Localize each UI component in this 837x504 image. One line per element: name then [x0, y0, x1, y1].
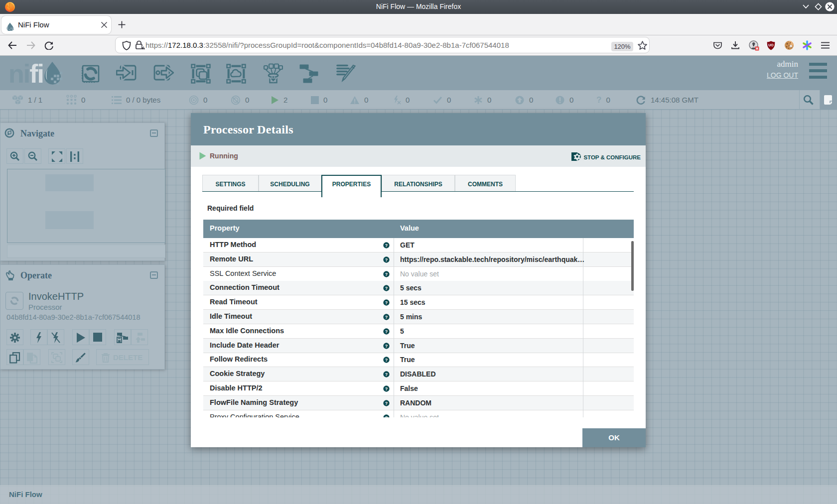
svg-text:?: ? — [385, 386, 388, 391]
svg-text:?: ? — [385, 372, 388, 377]
svg-text:?: ? — [385, 400, 388, 405]
svg-text:?: ? — [385, 358, 388, 363]
svg-text:?: ? — [385, 315, 388, 320]
svg-text:?: ? — [385, 257, 388, 262]
svg-text:?: ? — [385, 343, 388, 348]
svg-text:?: ? — [385, 271, 388, 276]
svg-text:?: ? — [385, 243, 388, 248]
svg-text:?: ? — [385, 300, 388, 305]
svg-text:UO: UO — [768, 43, 774, 47]
svg-text:?: ? — [385, 329, 388, 334]
svg-text:?: ? — [385, 415, 388, 417]
svg-text:?: ? — [385, 286, 388, 291]
